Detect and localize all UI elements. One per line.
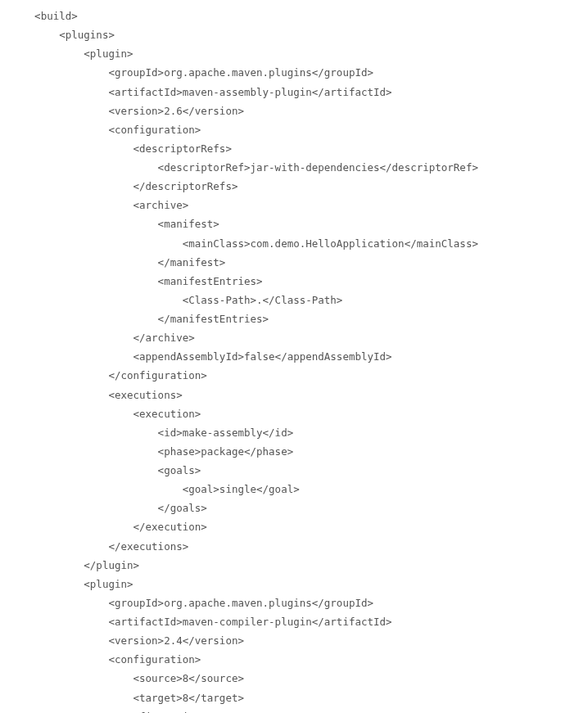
code-line: </plugin> [10,556,578,575]
code-line: </manifest> [10,253,578,272]
code-line: <manifestEntries> [10,272,578,291]
code-line: <Class-Path>.</Class-Path> [10,291,578,309]
code-line: <artifactId>maven-compiler-plugin</artif… [10,612,578,631]
code-line: <id>make-assembly</id> [10,423,578,442]
code-line: </manifestEntries> [10,309,578,328]
code-line: <configuration> [10,120,578,139]
code-block: <build> <plugins> <plugin> <groupId>org.… [10,7,578,713]
code-line: <build> [10,7,578,25]
code-line: <mainClass>com.demo.HelloApplication</ma… [10,234,578,253]
code-line: </configuration> [10,707,578,713]
code-line: <source>8</source> [10,669,578,688]
code-line: </configuration> [10,366,578,385]
code-line: <configuration> [10,650,578,669]
code-line: <manifest> [10,214,578,233]
code-line: <groupId>org.apache.maven.plugins</group… [10,63,578,82]
code-line: <archive> [10,196,578,214]
code-line: <phase>package</phase> [10,442,578,461]
code-line: <target>8</target> [10,688,578,707]
code-line: <goal>single</goal> [10,480,578,499]
code-line: </executions> [10,537,578,556]
code-line: </archive> [10,328,578,347]
code-line: <artifactId>maven-assembly-plugin</artif… [10,83,578,102]
code-line: <executions> [10,386,578,404]
code-line: </descriptorRefs> [10,177,578,196]
code-line: <plugins> [10,25,578,44]
code-line: <version>2.6</version> [10,102,578,120]
code-line: <plugin> [10,575,578,593]
code-line: <descriptorRef>jar-with-dependencies</de… [10,158,578,177]
code-line: <appendAssemblyId>false</appendAssemblyI… [10,347,578,366]
code-line: <plugin> [10,44,578,63]
code-line: <descriptorRefs> [10,139,578,158]
code-line: <version>2.4</version> [10,631,578,650]
code-line: <groupId>org.apache.maven.plugins</group… [10,593,578,612]
code-line: </execution> [10,517,578,536]
code-line: <goals> [10,461,578,480]
code-line: </goals> [10,499,578,517]
code-line: <execution> [10,404,578,423]
